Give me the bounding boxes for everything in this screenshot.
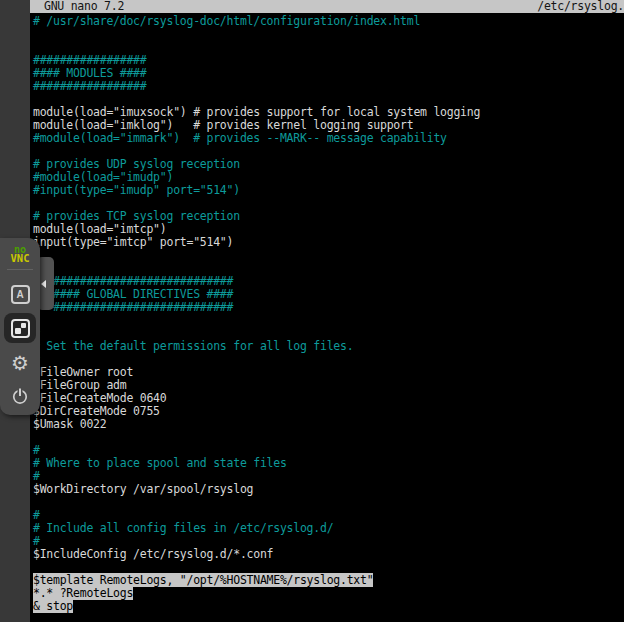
fullscreen-icon: [11, 319, 30, 338]
panel-divider: [7, 269, 33, 270]
terminal-line: #module(load="immark") # provides --MARK…: [33, 132, 624, 145]
keyboard-button[interactable]: A: [4, 281, 36, 307]
terminal-line: [33, 314, 624, 327]
fullscreen-icon-square-top: [21, 323, 26, 328]
terminal-line: # Include all config files in /etc/rsysl…: [33, 522, 624, 535]
terminal-line: #################: [33, 80, 624, 93]
terminal[interactable]: GNU nano 7.2 /etc/rsyslog. # /usr/share/…: [30, 0, 624, 622]
terminal-line: ###########################: [33, 301, 624, 314]
terminal-line: # Set the default permissions for all lo…: [33, 340, 624, 353]
fullscreen-button[interactable]: [4, 313, 36, 343]
terminal-line: $Umask 0022: [33, 418, 624, 431]
novnc-logo: no VNC: [11, 245, 30, 263]
terminal-line: & stop: [33, 600, 624, 613]
screen: GNU nano 7.2 /etc/rsyslog. # /usr/share/…: [0, 0, 624, 622]
gear-icon: ⚙: [11, 351, 29, 375]
collapse-arrow-icon: [41, 280, 46, 288]
fullscreen-icon-square-bottom: [15, 328, 21, 334]
terminal-line: #input(type="imudp" port="514"): [33, 184, 624, 197]
nano-titlebar: GNU nano 7.2 /etc/rsyslog.: [30, 0, 624, 13]
nano-file-path: /etc/rsyslog.: [537, 0, 624, 13]
power-icon: [10, 386, 30, 406]
keyboard-icon: A: [11, 285, 30, 304]
terminal-line: [33, 249, 624, 262]
vnc-control-panel: no VNC A ⚙: [0, 238, 40, 415]
terminal-line: $DirCreateMode 0755: [33, 405, 624, 418]
terminal-line: # Where to place spool and state files: [33, 457, 624, 470]
terminal-line: [33, 28, 624, 41]
terminal-line: $WorkDirectory /var/spool/rsyslog: [33, 483, 624, 496]
settings-button[interactable]: ⚙: [4, 350, 36, 376]
terminal-line: [33, 431, 624, 444]
terminal-content[interactable]: # /usr/share/doc/rsyslog-doc/html/config…: [30, 13, 624, 613]
novnc-logo-vnc: VNC: [11, 254, 30, 263]
nano-app-title: GNU nano 7.2: [44, 0, 124, 13]
terminal-line: # /usr/share/doc/rsyslog-doc/html/config…: [33, 15, 624, 28]
terminal-line: *.* ?RemoteLogs: [33, 587, 624, 600]
power-button[interactable]: [4, 383, 36, 409]
terminal-line: input(type="imtcp" port="514"): [33, 236, 624, 249]
terminal-line: $IncludeConfig /etc/rsyslog.d/*.conf: [33, 548, 624, 561]
terminal-line: [33, 496, 624, 509]
